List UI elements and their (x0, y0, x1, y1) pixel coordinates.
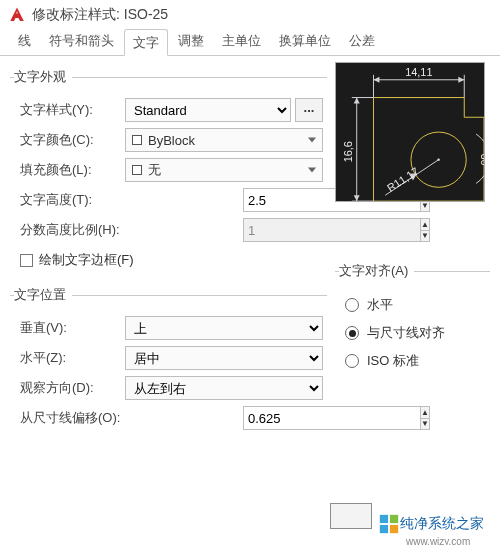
fraction-scale-label: 分数高度比例(H): (20, 221, 125, 239)
watermark: 纯净系统之家 (378, 513, 484, 535)
tab-alt-units[interactable]: 换算单位 (271, 28, 339, 55)
text-color-label: 文字颜色(C): (20, 131, 125, 149)
svg-marker-11 (354, 195, 360, 201)
align-horizontal-radio[interactable]: 水平 (345, 296, 486, 314)
title-bar: 修改标注样式: ISO-25 (0, 0, 500, 28)
tab-lines[interactable]: 线 (10, 28, 39, 55)
offset-spinner[interactable]: ▲ ▼ (243, 406, 323, 430)
draw-border-box[interactable] (20, 254, 33, 267)
window-title: 修改标注样式: ISO-25 (32, 6, 168, 24)
svg-rect-16 (380, 525, 388, 533)
align-dimline-indicator[interactable] (345, 326, 359, 340)
svg-marker-5 (373, 77, 379, 83)
horizontal-label: 水平(Z): (20, 349, 125, 367)
watermark-text: 纯净系统之家 (400, 515, 484, 533)
content-area: 文字外观 文字样式(Y): Standard ... 文字颜色(C): ByBl… (0, 56, 500, 448)
align-horizontal-indicator[interactable] (345, 298, 359, 312)
group-text-appearance-legend: 文字外观 (14, 68, 72, 86)
align-iso-radio[interactable]: ISO 标准 (345, 352, 486, 370)
group-text-position-legend: 文字位置 (14, 286, 72, 304)
draw-border-label: 绘制文字边框(F) (39, 251, 134, 269)
text-height-label: 文字高度(T): (20, 191, 125, 209)
vertical-label: 垂直(V): (20, 319, 125, 337)
view-direction-select[interactable]: 从左到右 (125, 376, 323, 400)
dialog-button[interactable] (330, 503, 372, 529)
fill-color-select[interactable]: 无 (125, 158, 323, 182)
draw-border-checkbox[interactable]: 绘制文字边框(F) (20, 251, 134, 269)
tab-tolerance[interactable]: 公差 (341, 28, 383, 55)
align-dimline-label: 与尺寸线对齐 (367, 324, 445, 342)
dimension-preview: 14,11 16,6 R11,17 60° (335, 62, 485, 202)
text-color-value: ByBlock (148, 133, 195, 148)
text-color-swatch (132, 135, 142, 145)
group-text-alignment: 文字对齐(A) 水平 与尺寸线对齐 ISO 标准 (335, 262, 490, 382)
fill-color-label: 填充颜色(L): (20, 161, 125, 179)
svg-marker-10 (354, 98, 360, 104)
tab-adjust[interactable]: 调整 (170, 28, 212, 55)
text-style-browse-button[interactable]: ... (295, 98, 323, 122)
group-text-position: 文字位置 垂直(V): 上 水平(Z): 居中 观察方向(D): (10, 286, 327, 438)
fraction-scale-spinner[interactable]: ▲ ▼ (243, 218, 323, 242)
watermark-url: www.wjzy.com (406, 536, 470, 545)
offset-label: 从尺寸线偏移(O): (20, 409, 180, 427)
align-horizontal-label: 水平 (367, 296, 393, 314)
preview-dim-top: 14,11 (405, 66, 432, 78)
preview-dim-radius: R11,17 (385, 165, 421, 194)
tab-strip: 线 符号和箭头 文字 调整 主单位 换算单位 公差 (0, 28, 500, 56)
preview-dim-angle: 60° (479, 153, 484, 169)
text-style-select[interactable]: Standard (125, 98, 291, 122)
group-text-appearance: 文字外观 文字样式(Y): Standard ... 文字颜色(C): ByBl… (10, 68, 327, 280)
vertical-select[interactable]: 上 (125, 316, 323, 340)
fill-color-swatch (132, 165, 142, 175)
text-style-label: 文字样式(Y): (20, 101, 125, 119)
app-icon (8, 6, 26, 24)
text-height-spinner[interactable]: ▲ ▼ (243, 188, 323, 212)
text-color-select[interactable]: ByBlock (125, 128, 323, 152)
align-iso-indicator[interactable] (345, 354, 359, 368)
group-text-alignment-legend: 文字对齐(A) (339, 262, 414, 280)
svg-marker-6 (458, 77, 464, 83)
svg-rect-15 (390, 515, 398, 523)
view-direction-label: 观察方向(D): (20, 379, 125, 397)
preview-dim-left: 16,6 (342, 141, 354, 162)
svg-rect-17 (390, 525, 398, 533)
svg-rect-14 (380, 515, 388, 523)
watermark-logo-icon (378, 513, 400, 535)
tab-symbols[interactable]: 符号和箭头 (41, 28, 122, 55)
fill-color-value: 无 (148, 161, 161, 179)
horizontal-select[interactable]: 居中 (125, 346, 323, 370)
tab-text[interactable]: 文字 (124, 29, 168, 56)
align-iso-label: ISO 标准 (367, 352, 419, 370)
tab-primary-units[interactable]: 主单位 (214, 28, 269, 55)
align-dimline-radio[interactable]: 与尺寸线对齐 (345, 324, 486, 342)
